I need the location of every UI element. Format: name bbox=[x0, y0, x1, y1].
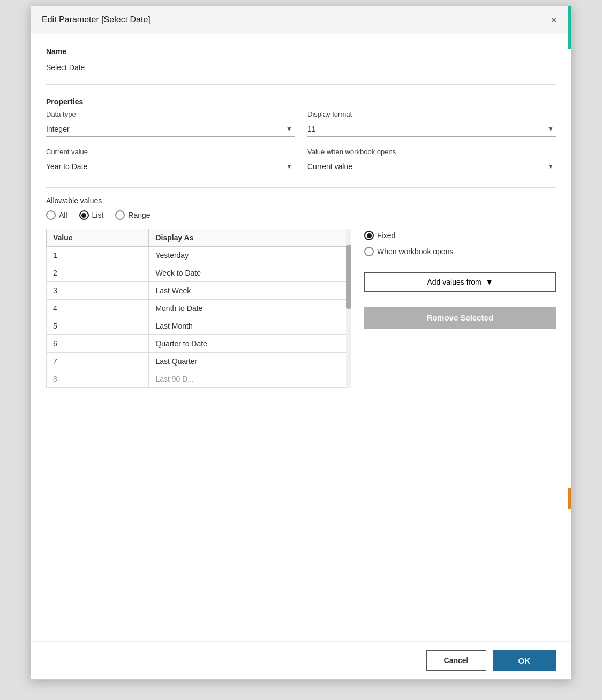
section-divider bbox=[46, 84, 556, 85]
table-row[interactable]: 3Last Week bbox=[47, 282, 351, 300]
display-format-select-wrapper[interactable]: 11 ▼ bbox=[307, 121, 556, 137]
display-format-select[interactable]: 11 bbox=[307, 121, 556, 136]
allowable-label: Allowable values bbox=[46, 196, 556, 205]
radio-all-label: All bbox=[59, 211, 67, 219]
radio-range-circle bbox=[115, 210, 125, 220]
display-format-field: Display format 11 ▼ bbox=[307, 110, 556, 137]
properties-label: Properties bbox=[46, 97, 556, 106]
name-section: Name bbox=[46, 47, 556, 85]
edit-parameter-dialog: Edit Parameter [Select Date] × Name Prop… bbox=[31, 5, 571, 680]
ok-button[interactable]: OK bbox=[493, 650, 556, 671]
radio-when-opens-label: When workbook opens bbox=[377, 247, 453, 256]
radio-all-circle bbox=[46, 210, 56, 220]
table-row[interactable]: 1Yesterday bbox=[47, 247, 351, 264]
col-value-header: Value bbox=[47, 229, 149, 247]
cell-value: 1 bbox=[47, 247, 149, 264]
main-content-area: Value Display As 1Yesterday2Week to Date… bbox=[46, 229, 556, 388]
values-grid: Current value Year to Date ▼ Value when … bbox=[46, 148, 556, 174]
cell-value: 8 bbox=[47, 370, 149, 388]
radio-list[interactable]: List bbox=[79, 210, 104, 220]
cancel-button[interactable]: Cancel bbox=[426, 650, 486, 671]
radio-fixed-label: Fixed bbox=[377, 231, 395, 240]
workbook-value-field: Value when workbook opens Current value … bbox=[307, 148, 556, 174]
current-value-select[interactable]: Year to Date bbox=[46, 159, 295, 174]
radio-list-label: List bbox=[92, 211, 104, 219]
radio-when-opens-circle bbox=[364, 247, 374, 256]
table-row[interactable]: 5Last Month bbox=[47, 317, 351, 335]
dialog-title: Edit Parameter [Select Date] bbox=[42, 15, 150, 25]
workbook-value-select-wrapper[interactable]: Current value ▼ bbox=[307, 159, 556, 174]
properties-divider bbox=[46, 187, 556, 188]
table-row[interactable]: 8Last 90 D... bbox=[47, 370, 351, 388]
radio-all[interactable]: All bbox=[46, 210, 67, 220]
allowable-section: Allowable values All List Range bbox=[46, 196, 556, 388]
scrollbar[interactable] bbox=[346, 229, 351, 388]
add-values-arrow-icon: ▼ bbox=[486, 278, 493, 286]
cell-value: 4 bbox=[47, 300, 149, 317]
cell-display: Quarter to Date bbox=[149, 335, 351, 353]
current-value-select-wrapper[interactable]: Year to Date ▼ bbox=[46, 159, 295, 174]
orange-accent-bar bbox=[568, 488, 571, 509]
cell-value: 3 bbox=[47, 282, 149, 300]
radio-when-opens[interactable]: When workbook opens bbox=[364, 247, 453, 256]
table-row[interactable]: 2Week to Date bbox=[47, 264, 351, 282]
table-row[interactable]: 7Last Quarter bbox=[47, 353, 351, 370]
add-values-label: Add values from bbox=[427, 278, 481, 286]
dialog-header: Edit Parameter [Select Date] × bbox=[31, 6, 571, 34]
cell-display: Yesterday bbox=[149, 247, 351, 264]
radio-fixed[interactable]: Fixed bbox=[364, 231, 395, 240]
values-table: Value Display As 1Yesterday2Week to Date… bbox=[46, 229, 351, 388]
radio-list-circle bbox=[79, 210, 89, 220]
cell-display: Last 90 D... bbox=[149, 370, 351, 388]
dialog-footer: Cancel OK bbox=[31, 641, 571, 679]
cell-display: Month to Date bbox=[149, 300, 351, 317]
fixed-radio-group: Fixed When workbook opens bbox=[364, 231, 556, 256]
remove-selected-button[interactable]: Remove Selected bbox=[364, 307, 556, 329]
allowable-radio-group: All List Range bbox=[46, 210, 556, 220]
cell-display: Last Month bbox=[149, 317, 351, 335]
data-type-label: Data type bbox=[46, 110, 295, 118]
add-values-button[interactable]: Add values from ▼ bbox=[364, 272, 556, 292]
cell-value: 2 bbox=[47, 264, 149, 282]
table-row[interactable]: 6Quarter to Date bbox=[47, 335, 351, 353]
name-input[interactable] bbox=[46, 60, 556, 75]
data-type-select-wrapper[interactable]: Integer ▼ bbox=[46, 121, 295, 137]
close-button[interactable]: × bbox=[547, 13, 560, 26]
scroll-thumb[interactable] bbox=[346, 245, 351, 309]
cell-value: 7 bbox=[47, 353, 149, 370]
col-display-header: Display As bbox=[149, 229, 351, 247]
table-row[interactable]: 4Month to Date bbox=[47, 300, 351, 317]
current-value-field: Current value Year to Date ▼ bbox=[46, 148, 295, 174]
cell-display: Last Week bbox=[149, 282, 351, 300]
table-scroll-container[interactable]: Value Display As 1Yesterday2Week to Date… bbox=[46, 229, 351, 388]
name-label: Name bbox=[46, 47, 556, 56]
cell-display: Last Quarter bbox=[149, 353, 351, 370]
radio-fixed-circle bbox=[364, 231, 374, 240]
dialog-body: Name Properties Data type Integer ▼ Disp… bbox=[31, 34, 571, 641]
radio-fixed-dot bbox=[367, 233, 372, 238]
data-type-select[interactable]: Integer bbox=[46, 121, 295, 136]
workbook-value-select[interactable]: Current value bbox=[307, 159, 556, 174]
data-type-field: Data type Integer ▼ bbox=[46, 110, 295, 137]
current-value-label: Current value bbox=[46, 148, 295, 156]
right-panel: Fixed When workbook opens Add values fro… bbox=[364, 229, 556, 329]
radio-range-label: Range bbox=[128, 211, 150, 219]
cell-display: Week to Date bbox=[149, 264, 351, 282]
teal-accent-bar bbox=[568, 6, 571, 49]
workbook-value-label: Value when workbook opens bbox=[307, 148, 556, 156]
radio-range[interactable]: Range bbox=[115, 210, 150, 220]
table-section: Value Display As 1Yesterday2Week to Date… bbox=[46, 229, 351, 388]
properties-grid: Data type Integer ▼ Display format 11 ▼ bbox=[46, 110, 556, 137]
properties-section: Properties Data type Integer ▼ Display f… bbox=[46, 97, 556, 174]
radio-list-dot bbox=[81, 213, 86, 218]
cell-value: 5 bbox=[47, 317, 149, 335]
display-format-label: Display format bbox=[307, 110, 556, 118]
cell-value: 6 bbox=[47, 335, 149, 353]
